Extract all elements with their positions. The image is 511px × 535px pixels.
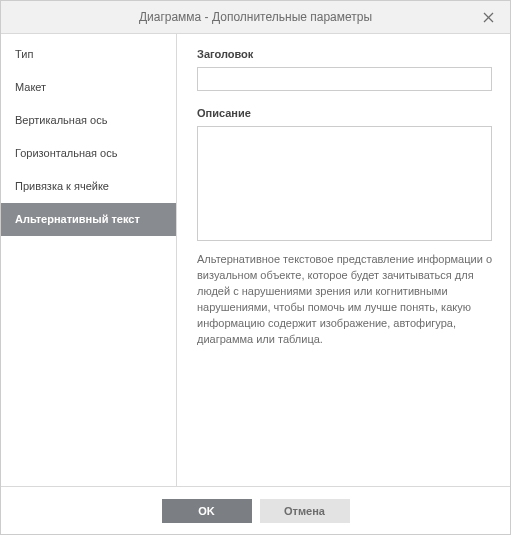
sidebar-item-layout[interactable]: Макет [1, 71, 176, 104]
title-field-label: Заголовок [197, 48, 490, 60]
ok-button[interactable]: OK [162, 499, 252, 523]
content-panel: Заголовок Описание Альтернативное тексто… [177, 34, 510, 486]
dialog-body: Тип Макет Вертикальная ось Горизонтальна… [1, 34, 510, 486]
sidebar-item-alt-text[interactable]: Альтернативный текст [1, 203, 176, 236]
footer: OK Отмена [1, 486, 510, 534]
close-icon [483, 9, 494, 27]
description-field-label: Описание [197, 107, 490, 119]
help-text: Альтернативное текстовое представление и… [197, 251, 492, 347]
dialog: Диаграмма - Дополнительные параметры Тип… [0, 0, 511, 535]
sidebar-item-type[interactable]: Тип [1, 38, 176, 71]
sidebar-item-horizontal-axis[interactable]: Горизонтальная ось [1, 137, 176, 170]
sidebar-item-label: Альтернативный текст [15, 213, 140, 225]
title-input[interactable] [197, 67, 492, 91]
titlebar: Диаграмма - Дополнительные параметры [1, 1, 510, 34]
dialog-title: Диаграмма - Дополнительные параметры [139, 10, 372, 24]
description-textarea[interactable] [197, 126, 492, 241]
sidebar-item-vertical-axis[interactable]: Вертикальная ось [1, 104, 176, 137]
sidebar-item-label: Тип [15, 48, 33, 60]
cancel-button[interactable]: Отмена [260, 499, 350, 523]
sidebar-item-label: Вертикальная ось [15, 114, 107, 126]
sidebar-item-label: Привязка к ячейке [15, 180, 109, 192]
sidebar-item-label: Макет [15, 81, 46, 93]
sidebar: Тип Макет Вертикальная ось Горизонтальна… [1, 34, 177, 486]
sidebar-item-cell-binding[interactable]: Привязка к ячейке [1, 170, 176, 203]
close-button[interactable] [474, 1, 502, 34]
sidebar-item-label: Горизонтальная ось [15, 147, 117, 159]
